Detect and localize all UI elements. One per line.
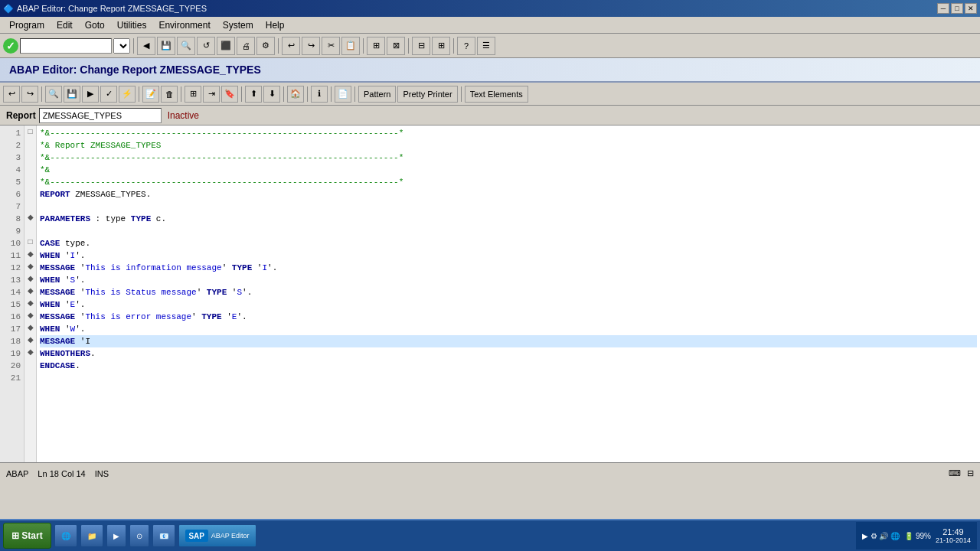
search-sec-button[interactable]: 🔍 — [45, 86, 62, 103]
fold-icon[interactable]: ◆ — [24, 297, 36, 309]
copy-button[interactable]: 📋 — [341, 37, 360, 55]
redo-sec-button[interactable]: ↪ — [21, 86, 38, 103]
fold-icon[interactable]: ◆ — [24, 211, 36, 223]
insert-button[interactable]: ⊞ — [367, 37, 385, 55]
code-line[interactable]: ENDCASE. — [40, 360, 977, 372]
code-line[interactable]: *&--------------------------------------… — [40, 152, 977, 164]
help-button[interactable]: ? — [457, 37, 475, 55]
report-name[interactable]: ZMESSAGE_TYPES — [39, 108, 162, 123]
code-line[interactable]: MESSAGE 'This is Status message' TYPE 'S… — [40, 286, 977, 298]
sec-sep9 — [461, 86, 462, 102]
taskbar-app-media[interactable]: ▶ — [106, 524, 126, 547]
line-numbers: 123456789101112131415161718192021 — [0, 126, 24, 462]
save-sec-button[interactable]: 💾 — [64, 86, 80, 103]
taskbar-app-ie[interactable]: 🌐 — [54, 524, 77, 547]
delete-sec-button[interactable]: 🗑 — [161, 86, 178, 103]
command-dropdown[interactable] — [113, 38, 130, 54]
fold-icon[interactable]: ◆ — [24, 334, 36, 346]
close-button[interactable]: ✕ — [965, 3, 977, 14]
indent-button[interactable]: ⇥ — [203, 86, 220, 103]
fold-icon — [24, 199, 36, 211]
pretty-printer-button[interactable]: Pretty Printer — [397, 86, 457, 103]
code-line[interactable]: WHEN 'S'. — [40, 274, 977, 286]
back-button[interactable]: ◀ — [137, 37, 155, 55]
code-line[interactable]: WHEN 'W'. — [40, 323, 977, 335]
insert-sec-button[interactable]: 📝 — [142, 86, 159, 103]
code-line[interactable]: *&--------------------------------------… — [40, 127, 977, 139]
fold-icon[interactable]: ◆ — [24, 346, 36, 358]
download-button[interactable]: ⬇ — [263, 86, 280, 103]
execute-button[interactable]: ▶ — [82, 86, 99, 103]
find-button[interactable]: 🔍 — [177, 37, 195, 55]
code-line[interactable] — [40, 372, 977, 384]
menu-goto[interactable]: Goto — [79, 18, 111, 32]
stop-button[interactable]: ⬛ — [217, 37, 235, 55]
code-editor[interactable]: *&--------------------------------------… — [37, 126, 980, 462]
code-line[interactable]: REPORT ZMESSAGE_TYPES. — [40, 188, 977, 201]
code-line[interactable]: *&--------------------------------------… — [40, 176, 977, 188]
redo-button[interactable]: ↪ — [302, 37, 320, 55]
cut-button[interactable]: ✂ — [322, 37, 340, 55]
upload-button[interactable]: ⬆ — [245, 86, 262, 103]
menu-program[interactable]: Program — [3, 18, 51, 32]
fold-icon[interactable]: ◆ — [24, 321, 36, 334]
code-line[interactable]: MESSAGE 'I — [40, 335, 977, 347]
code-line[interactable]: CASE type. — [40, 237, 977, 249]
minimize-button[interactable]: ─ — [937, 3, 949, 14]
fold-icon[interactable]: ◆ — [24, 272, 36, 285]
pattern-button[interactable]: Pattern — [358, 86, 396, 103]
taskbar-app-explorer[interactable]: 📁 — [80, 524, 103, 547]
text-elements-button[interactable]: Text Elements — [465, 86, 528, 103]
taskbar-app-outlook[interactable]: 📧 — [152, 524, 175, 547]
maximize-button[interactable]: □ — [951, 3, 963, 14]
info-button[interactable]: ℹ — [311, 86, 328, 103]
line-number: 14 — [0, 286, 24, 298]
command-field[interactable] — [20, 38, 112, 54]
start-button[interactable]: ⊞ Start — [3, 523, 51, 549]
code-line[interactable]: MESSAGE 'This is error message' TYPE 'E'… — [40, 311, 977, 323]
code-line[interactable] — [40, 201, 977, 213]
bookmark-button[interactable]: 🔖 — [221, 86, 238, 103]
code-line[interactable]: PARAMETERS : type TYPE c. — [40, 213, 977, 225]
menu-help[interactable]: Help — [260, 18, 291, 32]
fold-icon[interactable]: ◆ — [24, 248, 36, 260]
code-line[interactable]: *& Report ZMESSAGE_TYPES — [40, 139, 977, 152]
fold-icon[interactable]: ◆ — [24, 309, 36, 321]
fold-icon[interactable]: □ — [24, 126, 36, 138]
local-button[interactable]: 🏠 — [287, 86, 304, 103]
layout2-button[interactable]: ⊞ — [432, 37, 450, 55]
block-button[interactable]: ⊞ — [185, 86, 201, 103]
line-number: 6 — [0, 188, 24, 201]
code-line[interactable]: WHEN 'E'. — [40, 298, 977, 311]
extra-button[interactable]: ☰ — [477, 37, 495, 55]
menu-system[interactable]: System — [217, 18, 260, 32]
fold-icon[interactable]: ◆ — [24, 285, 36, 297]
layout-button[interactable]: ⊟ — [412, 37, 430, 55]
fold-icon[interactable]: □ — [24, 236, 36, 248]
code-line[interactable]: WHEN 'I'. — [40, 249, 977, 262]
undo-button[interactable]: ↩ — [282, 37, 300, 55]
code-line[interactable] — [40, 225, 977, 237]
explorer-icon: 📁 — [87, 532, 96, 540]
print-button[interactable]: 🖨 — [237, 37, 255, 55]
code-line[interactable]: MESSAGE 'This is information message' TY… — [40, 262, 977, 274]
refresh-button[interactable]: ↺ — [197, 37, 215, 55]
title-bar-controls[interactable]: ─ □ ✕ — [937, 3, 977, 14]
clock: 21:49 21-10-2014 — [936, 527, 971, 544]
customize-button[interactable]: ⚙ — [256, 37, 275, 55]
check-button[interactable]: ✓ — [100, 86, 117, 103]
taskbar-app-sap[interactable]: SAP ABAP Editor — [178, 524, 256, 547]
caps-indicator: ⊟ — [967, 468, 974, 478]
fold-icon[interactable]: ◆ — [24, 260, 36, 272]
code-line[interactable]: *& — [40, 164, 977, 176]
activate-button[interactable]: ⚡ — [119, 86, 136, 103]
menu-edit[interactable]: Edit — [51, 18, 79, 32]
save-button[interactable]: 💾 — [157, 37, 175, 55]
doc-button[interactable]: 📄 — [335, 86, 351, 103]
taskbar-app-chrome[interactable]: ⊙ — [129, 524, 149, 547]
menu-environment[interactable]: Environment — [152, 18, 216, 32]
undo-sec-button[interactable]: ↩ — [3, 86, 20, 103]
menu-utilities[interactable]: Utilities — [111, 18, 153, 32]
delete-button[interactable]: ⊠ — [387, 37, 405, 55]
code-line[interactable]: WHEN OTHERS. — [40, 347, 977, 360]
